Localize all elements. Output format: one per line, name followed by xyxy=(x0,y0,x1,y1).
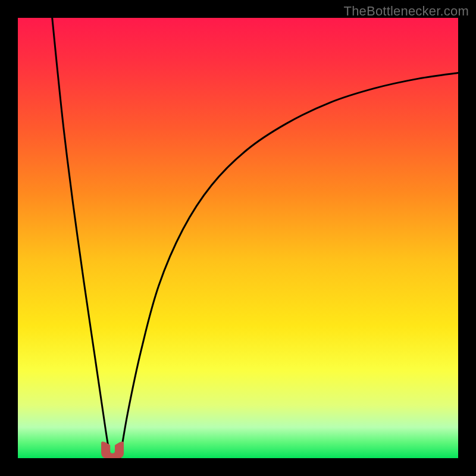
attribution-text: TheBottlenecker.com xyxy=(344,4,469,19)
bottleneck-chart xyxy=(0,0,476,476)
